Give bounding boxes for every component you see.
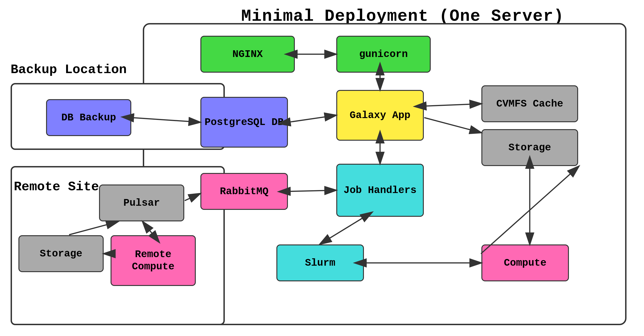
rabbitmq-node: RabbitMQ xyxy=(200,173,288,210)
storage-right-node: Storage xyxy=(482,129,578,166)
pulsar-node: Pulsar xyxy=(99,185,184,221)
slurm-node: Slurm xyxy=(276,244,364,281)
compute-node: Compute xyxy=(482,244,569,281)
db-backup-node: DB Backup xyxy=(46,99,131,136)
backup-location-label: Backup Location xyxy=(10,62,127,77)
storage-left-node: Storage xyxy=(18,235,104,272)
postgresql-node: PostgreSQL DB xyxy=(200,97,288,147)
job-handlers-node: Job Handlers xyxy=(336,164,424,217)
cvmfs-cache-node: CVMFS Cache xyxy=(482,85,578,122)
page-title: Minimal Deployment (One Server) xyxy=(0,0,644,26)
galaxy-app-node: Galaxy App xyxy=(336,90,424,141)
remote-compute-node: Remote Compute xyxy=(110,235,196,286)
remote-site-label: Remote Site xyxy=(14,180,99,194)
nginx-node: NGINX xyxy=(200,36,295,73)
diagram-container: Minimal Deployment (One Server) Backup L… xyxy=(0,0,644,336)
gunicorn-node: gunicorn xyxy=(336,36,431,73)
